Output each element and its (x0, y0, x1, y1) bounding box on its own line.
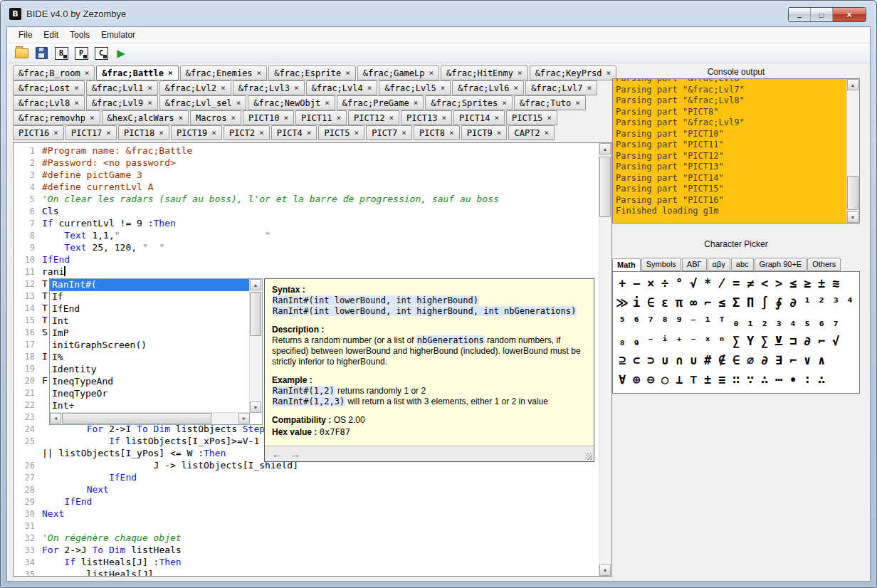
tab-close-icon[interactable]: × (606, 68, 611, 78)
char-cell[interactable]: ⁻ (644, 334, 658, 348)
tab-PICT14[interactable]: PICT14× (453, 110, 505, 125)
tab-&frac;NewObjt[interactable]: &frac;NewObjt× (248, 95, 335, 110)
tab-close-icon[interactable]: × (74, 83, 79, 93)
tab-close-icon[interactable]: × (441, 113, 446, 122)
char-cell[interactable]: ˣ (700, 334, 715, 348)
capture-button[interactable]: C (93, 45, 110, 61)
tab-close-icon[interactable]: × (389, 113, 394, 122)
scroll-up-icon[interactable]: ▲ (599, 143, 611, 154)
tab-close-icon[interactable]: × (545, 128, 550, 137)
char-cell[interactable]: ∨ (800, 353, 814, 367)
autocomplete-item[interactable]: If (50, 291, 250, 303)
char-cell[interactable]: ∂ (786, 295, 800, 310)
char-cell[interactable]: ○ (658, 372, 672, 387)
charpicker-tab-αβγ[interactable]: αβγ (708, 258, 730, 271)
tab-close-icon[interactable]: × (429, 68, 434, 78)
char-cell[interactable]: ᵀ (715, 315, 729, 329)
char-cell[interactable]: ∴ (814, 372, 829, 387)
tab-PICT15[interactable]: PICT15× (506, 110, 557, 125)
charpicker-tab-others[interactable]: Others (807, 258, 841, 271)
tab-&frac;Lvl5[interactable]: &frac;Lvl5× (379, 80, 451, 95)
char-cell[interactable]: ⁵ (615, 315, 629, 329)
tab-close-icon[interactable]: × (90, 113, 95, 122)
tab-close-icon[interactable]: × (336, 113, 341, 122)
tab-close-icon[interactable]: × (514, 83, 519, 93)
console-scrollbar-thumb[interactable] (847, 176, 858, 210)
char-cell[interactable]: ⁶ (629, 315, 644, 329)
tab-&frac;Battle[interactable]: &frac;Battle× (96, 65, 178, 80)
autocomplete-hscrollbar[interactable]: ◄ ► (50, 412, 250, 424)
tab-close-icon[interactable]: × (518, 68, 522, 78)
tab-close-icon[interactable]: × (547, 113, 552, 122)
char-cell[interactable]: ° (672, 276, 686, 290)
tab-close-icon[interactable]: × (178, 113, 183, 122)
tab-close-icon[interactable]: × (367, 83, 372, 93)
tab-&frac;removhp[interactable]: &frac;removhp× (13, 110, 100, 125)
tab-close-icon[interactable]: × (502, 98, 507, 107)
char-cell[interactable]: ₀ (729, 315, 743, 329)
tab-close-icon[interactable]: × (53, 128, 58, 137)
char-cell[interactable]: ⊕ (629, 372, 644, 387)
char-cell[interactable]: ⁱ (658, 334, 672, 348)
char-cell[interactable]: < (757, 276, 772, 290)
char-cell[interactable]: ₁ (743, 315, 757, 329)
char-cell[interactable]: + (615, 276, 629, 290)
scroll-down-icon[interactable]: ▼ (599, 565, 611, 576)
char-cell[interactable]: ∴ (757, 372, 772, 387)
char-cell[interactable]: ± (814, 276, 829, 290)
tab-close-icon[interactable]: × (236, 98, 241, 107)
minimize-button[interactable]: – (789, 8, 811, 21)
tab-PICT10[interactable]: PICT10× (243, 110, 294, 125)
tab-close-icon[interactable]: × (147, 83, 152, 93)
char-cell[interactable]: ⋯ (772, 372, 786, 387)
tab-PICT5[interactable]: PICT5× (318, 125, 364, 140)
tab-PICT11[interactable]: PICT11× (295, 110, 347, 125)
autocomplete-scrollbar[interactable]: ▲ ▼ (249, 279, 262, 413)
tab-PICT12[interactable]: PICT12× (348, 110, 399, 125)
tab-PICT19[interactable]: PICT19× (171, 125, 222, 140)
tab-&frac;Lvl7[interactable]: &frac;Lvl7× (525, 80, 597, 95)
scroll-down-icon[interactable]: ▼ (250, 401, 261, 413)
char-cell[interactable]: ∙ (786, 372, 800, 387)
tab-close-icon[interactable]: × (231, 113, 236, 122)
tab-close-icon[interactable]: × (345, 68, 350, 78)
autocomplete-item[interactable]: Identity (50, 364, 250, 376)
char-cell[interactable]: ₂ (757, 315, 772, 329)
char-cell[interactable]: Π (743, 295, 757, 310)
tab-&frac;Lvl6[interactable]: &frac;Lvl6× (452, 80, 524, 95)
tab-&frac;Lvl9[interactable]: &frac;Lvl9× (86, 95, 158, 110)
tab-&frac;B_room[interactable]: &frac;B_room× (13, 65, 95, 80)
build-button[interactable]: B (53, 45, 70, 61)
back-icon[interactable]: ← (272, 449, 282, 459)
char-cell[interactable]: ⊇ (615, 353, 629, 367)
tab-&frac;Lvl_sel[interactable]: &frac;Lvl_sel× (159, 95, 247, 110)
char-cell[interactable]: ∮ (772, 295, 786, 310)
autocomplete-item[interactable]: IneqTypeOr (50, 388, 250, 400)
char-cell[interactable]: ± (700, 372, 715, 387)
char-cell[interactable]: ∧ (814, 353, 829, 367)
tab-PICT9[interactable]: PICT9× (461, 125, 508, 140)
char-cell[interactable]: ∵ (743, 372, 757, 387)
char-cell[interactable]: √ (686, 276, 700, 290)
char-cell[interactable]: ₇ (829, 315, 843, 329)
tab-PICT18[interactable]: PICT18× (118, 125, 169, 140)
char-cell[interactable]: ⁿ (715, 334, 729, 348)
charpicker-tab-math[interactable]: Math (612, 258, 641, 272)
tab-close-icon[interactable]: × (211, 128, 216, 137)
editor-scrollbar-thumb[interactable] (599, 157, 611, 217)
char-cell[interactable]: × (644, 276, 658, 290)
tab-&frac;GameLp[interactable]: &frac;GameLp× (357, 65, 439, 80)
char-cell[interactable]: ⊂ (629, 353, 644, 367)
tab-PICT7[interactable]: PICT7× (366, 125, 412, 140)
maximize-button[interactable]: □ (811, 8, 833, 21)
autocomplete-scrollbar-thumb[interactable] (250, 292, 261, 336)
tab-PICT4[interactable]: PICT4× (271, 125, 317, 140)
tab-&frac;Lvl8[interactable]: &frac;Lvl8× (13, 95, 85, 110)
char-cell[interactable]: ∞ (686, 295, 700, 310)
char-cell[interactable]: ≋ (829, 276, 843, 290)
char-cell[interactable]: # (700, 353, 715, 367)
char-cell[interactable]: * (700, 276, 715, 290)
autocomplete-item[interactable]: ImP (50, 327, 250, 340)
picture-button[interactable]: P (73, 45, 90, 61)
tab-&frac;Lvl3[interactable]: &frac;Lvl3× (233, 80, 305, 95)
